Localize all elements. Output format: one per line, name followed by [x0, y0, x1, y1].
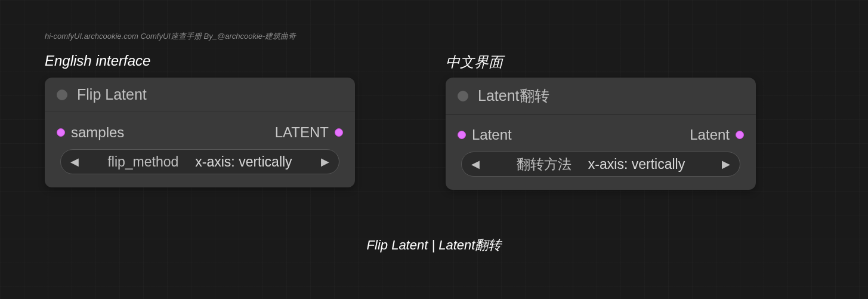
io-row: Latent Latent [456, 124, 745, 152]
input-port[interactable]: Latent [458, 127, 512, 143]
output-dot-icon[interactable] [335, 128, 343, 137]
selector-value: x-axis: vertically [588, 156, 685, 172]
node-title: Flip Latent [77, 86, 147, 103]
selector-key: 翻转方法 [517, 155, 572, 174]
input-dot-icon[interactable] [57, 128, 65, 137]
input-dot-icon[interactable] [458, 131, 466, 139]
io-row: samples LATENT [55, 122, 344, 149]
input-port[interactable]: samples [57, 124, 124, 141]
node-header[interactable]: Flip Latent [45, 78, 355, 112]
node-flip-latent-zh[interactable]: Latent翻转 Latent Latent ◀ 翻转方法 x-axis: ve… [446, 78, 756, 190]
node-title: Latent翻转 [478, 86, 549, 106]
selector-content[interactable]: flip_method x-axis: vertically [79, 154, 321, 170]
output-port[interactable]: Latent [690, 127, 744, 143]
arrow-right-icon[interactable]: ▶ [722, 158, 730, 171]
output-label: LATENT [275, 124, 329, 141]
node-body: samples LATENT ◀ flip_method x-axis: ver… [45, 112, 355, 187]
node-flip-latent-en[interactable]: Flip Latent samples LATENT ◀ flip_method… [45, 78, 355, 187]
selector-content[interactable]: 翻转方法 x-axis: vertically [480, 155, 722, 174]
status-dot-icon [57, 90, 67, 100]
status-dot-icon [458, 91, 468, 101]
bottom-caption: Flip Latent | Latent翻转 [0, 236, 868, 254]
arrow-right-icon[interactable]: ▶ [321, 155, 329, 168]
section-label-chinese: 中文界面 [446, 53, 503, 72]
output-port[interactable]: LATENT [275, 124, 343, 141]
node-header[interactable]: Latent翻转 [446, 78, 756, 115]
input-label: Latent [472, 127, 512, 143]
flip-method-selector[interactable]: ◀ 翻转方法 x-axis: vertically ▶ [461, 152, 740, 177]
input-label: samples [71, 124, 124, 141]
node-body: Latent Latent ◀ 翻转方法 x-axis: vertically … [446, 115, 756, 190]
watermark-text: hi-comfyUI.archcookie.com ComfyUI速查手册 By… [45, 31, 296, 42]
selector-value: x-axis: vertically [195, 154, 292, 170]
arrow-left-icon[interactable]: ◀ [471, 158, 480, 171]
flip-method-selector[interactable]: ◀ flip_method x-axis: vertically ▶ [60, 149, 339, 174]
section-label-english: English interface [45, 53, 150, 69]
output-label: Latent [690, 127, 730, 143]
selector-key: flip_method [107, 154, 178, 170]
output-dot-icon[interactable] [736, 131, 744, 139]
arrow-left-icon[interactable]: ◀ [70, 155, 79, 168]
